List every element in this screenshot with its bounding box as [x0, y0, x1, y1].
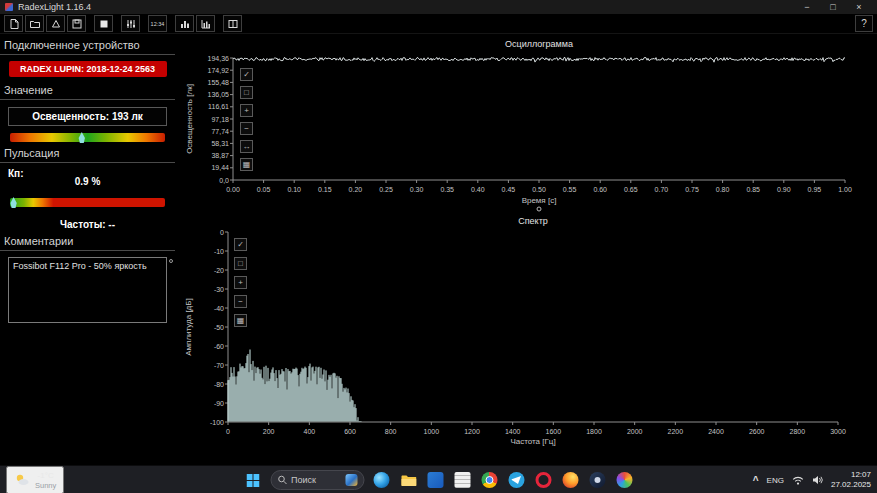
- new-file-icon: [8, 18, 20, 30]
- oscillogram-axes: [233, 58, 845, 180]
- tick-label: 0,0: [219, 177, 229, 184]
- sliders-icon: [125, 18, 137, 30]
- tick-label: -50: [214, 324, 224, 331]
- device-button[interactable]: RADEX LUPIN: 2018-12-24 2563: [9, 61, 167, 77]
- comments-corner-dot: [169, 259, 173, 263]
- spectrum-tool-zoom-box[interactable]: □: [234, 257, 247, 270]
- chrome-icon[interactable]: [479, 469, 499, 491]
- tick-label: -30: [214, 286, 224, 293]
- weather-icon: [14, 473, 30, 487]
- tick-label: -80: [214, 381, 224, 388]
- spectrum-view-button[interactable]: [196, 15, 215, 32]
- pulsation-scale-marker: [10, 197, 17, 208]
- display-mode-icon: [98, 18, 110, 30]
- spectrum-tool-select[interactable]: ✓: [234, 238, 247, 251]
- tick-label: 1.00: [838, 186, 852, 193]
- maximize-button[interactable]: □: [820, 0, 846, 14]
- search-box[interactable]: Поиск: [270, 470, 364, 490]
- weather-desc: Sunny: [35, 481, 56, 490]
- comments-input[interactable]: Fossibot F112 Pro - 50% яркость: [8, 257, 167, 323]
- tick-label: 0.50: [532, 186, 546, 193]
- opera-icon[interactable]: [533, 469, 553, 491]
- wifi-icon[interactable]: [792, 475, 804, 485]
- spectrum-tool-zoom-out[interactable]: −: [234, 295, 247, 308]
- new-file-button[interactable]: [4, 15, 23, 32]
- tick-label: 0.65: [624, 186, 638, 193]
- clock[interactable]: 12:07 27.02.2025: [831, 470, 871, 490]
- histogram-button[interactable]: [175, 15, 194, 32]
- split-view-icon: [227, 18, 239, 30]
- kp-value: 0.9 %: [0, 176, 175, 187]
- firefox-icon[interactable]: [560, 469, 580, 491]
- tick-label: 800: [385, 428, 397, 435]
- open-folder-icon: [29, 18, 41, 30]
- language-indicator[interactable]: ENG: [767, 476, 784, 485]
- save-button[interactable]: [67, 15, 86, 32]
- spectrum-chart[interactable]: СпектрАмплитуда [дБ]0-10-20-30-40-50-60-…: [175, 214, 877, 465]
- weather-widget[interactable]: -1°C Sunny: [6, 466, 64, 493]
- tick-label: 0.45: [502, 186, 516, 193]
- oscillogram-xlabel: Время [с]: [522, 196, 557, 205]
- oscillogram-tool-pan[interactable]: ↔: [240, 140, 253, 153]
- word-icon[interactable]: [425, 469, 445, 491]
- tick-label: 97,18: [211, 116, 229, 123]
- timer-button[interactable]: 12:34: [148, 15, 167, 32]
- search-label: Поиск: [291, 475, 316, 485]
- tick-label: 1400: [505, 428, 521, 435]
- notepad-icon[interactable]: [452, 469, 472, 491]
- spectrum-ylabel: Амплитуда [дБ]: [184, 298, 193, 356]
- comments-wrap: Fossibot F112 Pro - 50% яркость: [0, 257, 175, 323]
- window-controls: − □ ×: [794, 0, 872, 14]
- toolbar: 12:34 ?: [0, 14, 877, 34]
- explorer-icon[interactable]: [398, 469, 418, 491]
- timer-icon: 12:34: [151, 21, 165, 27]
- oscillogram-tool-select[interactable]: ✓: [240, 68, 253, 81]
- oscillogram-tool-reset-view[interactable]: ▦: [240, 158, 253, 171]
- tick-label: -100: [210, 419, 224, 426]
- minimize-button[interactable]: −: [794, 0, 820, 14]
- tick-label: 400: [303, 428, 315, 435]
- edge-icon[interactable]: [371, 469, 391, 491]
- folder-icon: [400, 474, 416, 487]
- display-mode-button[interactable]: [94, 15, 113, 32]
- oscillogram-chart[interactable]: ОсциллограммаОсвещенность [лк]194,36174,…: [175, 34, 877, 214]
- oscillogram-tool-zoom-in[interactable]: +: [240, 104, 253, 117]
- window-title: RadexLight 1.16.4: [18, 2, 91, 12]
- kp-row: Кп: 0.9 %: [0, 167, 175, 191]
- weather-temp: -1°C: [35, 471, 56, 481]
- spectrum-tool-reset-view[interactable]: ▦: [234, 314, 247, 327]
- tick-label: 0.25: [379, 186, 393, 193]
- tick-label: -40: [214, 305, 224, 312]
- oscillogram-tool-zoom-box[interactable]: □: [240, 86, 253, 99]
- help-button[interactable]: ?: [855, 15, 873, 32]
- volume-icon[interactable]: [812, 475, 823, 485]
- comments-section-heading: Комментарии: [0, 230, 175, 251]
- telegram-icon[interactable]: [506, 469, 526, 491]
- tick-label: 0.60: [593, 186, 607, 193]
- tick-label: 77,74: [211, 128, 229, 135]
- clock-date: 27.02.2025: [831, 480, 871, 490]
- photos-icon[interactable]: [614, 469, 634, 491]
- tick-label: 0.70: [655, 186, 669, 193]
- layout-button[interactable]: [223, 15, 242, 32]
- device-section-heading: Подключенное устройство: [0, 34, 175, 55]
- tick-label: 0.75: [685, 186, 699, 193]
- export-button[interactable]: [46, 15, 65, 32]
- tray-chevron-icon[interactable]: ^: [753, 475, 759, 486]
- open-file-button[interactable]: [25, 15, 44, 32]
- tick-label: 116,61: [208, 103, 229, 110]
- oscillogram-tool-zoom-out[interactable]: −: [240, 122, 253, 135]
- settings-button[interactable]: [121, 15, 140, 32]
- steam-icon[interactable]: [587, 469, 607, 491]
- tick-label: 1600: [546, 428, 562, 435]
- clock-time: 12:07: [831, 470, 871, 480]
- pulsation-section-heading: Пульсация: [0, 142, 175, 163]
- save-icon: [71, 18, 83, 30]
- close-button[interactable]: ×: [846, 0, 872, 14]
- start-button[interactable]: [243, 469, 263, 491]
- oscillogram-ylabel: Освещенность [лк]: [185, 84, 194, 154]
- tick-label: -20: [214, 267, 224, 274]
- illuminance-scale: [10, 133, 165, 142]
- tick-label: 0.30: [410, 186, 424, 193]
- spectrum-tool-zoom-in[interactable]: +: [234, 276, 247, 289]
